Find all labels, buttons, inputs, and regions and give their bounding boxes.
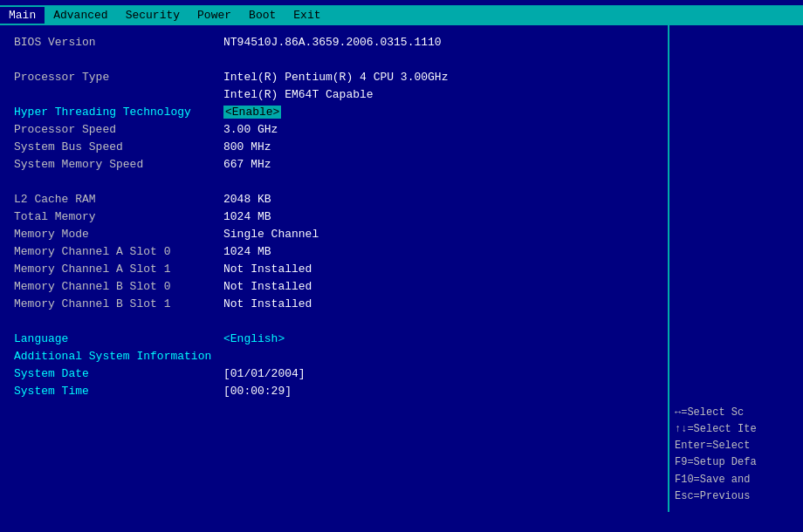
sidebar-help-line: F9=Setup Defa <box>675 454 798 471</box>
menu-bar: MainAdvancedSecurityPowerBootExit <box>0 5 803 25</box>
info-value: [01/01/2004] <box>223 367 305 380</box>
info-label: Additional System Information <box>14 350 223 363</box>
info-row: System Memory Speed667 MHz <box>14 158 654 174</box>
info-row: Total Memory1024 MB <box>14 210 654 226</box>
info-label: System Bus Speed <box>14 140 223 153</box>
info-row: Memory Channel B Slot 0Not Installed <box>14 280 654 296</box>
info-row: Memory Channel B Slot 1Not Installed <box>14 297 654 313</box>
menu-item-security[interactable]: Security <box>117 7 189 24</box>
fields-container: BIOS VersionNT94510J.86A.3659.2006.0315.… <box>14 36 654 400</box>
spacer <box>14 175 654 184</box>
info-value: 3.00 GHz <box>223 123 278 136</box>
info-value: 667 MHz <box>223 158 271 171</box>
info-value: Single Channel <box>223 228 319 241</box>
spacer <box>14 324 654 332</box>
info-row: System Bus Speed800 MHz <box>14 140 654 156</box>
main-panel: BIOS VersionNT94510J.86A.3659.2006.0315.… <box>0 25 668 512</box>
info-label: System Memory Speed <box>14 158 223 171</box>
info-label: Hyper Threading Technology <box>14 106 223 119</box>
info-label: Memory Mode <box>14 228 223 241</box>
info-label: Memory Channel A Slot 0 <box>14 245 223 258</box>
spacer <box>14 184 654 193</box>
info-label: Processor Speed <box>14 123 223 136</box>
spacer <box>14 315 654 324</box>
info-value: 1024 MB <box>223 245 271 258</box>
info-row: Additional System Information <box>14 350 654 365</box>
menu-item-advanced[interactable]: Advanced <box>45 7 116 24</box>
sidebar-help-line: ↔=Select Sc <box>675 405 798 421</box>
sidebar: ↔=Select Sc↑↓=Select IteEnter=SelectF9=S… <box>668 25 803 512</box>
info-value: NT94510J.86A.3659.2006.0315.1110 <box>223 36 442 49</box>
menu-item-boot[interactable]: Boot <box>240 7 285 24</box>
info-row: Processor Speed3.00 GHz <box>14 123 654 139</box>
info-value: [00:00:29] <box>223 385 292 398</box>
sidebar-help-line: Enter=Select <box>675 438 798 454</box>
spacer <box>14 53 654 62</box>
sidebar-help-line: F10=Save and <box>675 472 798 488</box>
info-label: L2 Cache RAM <box>14 193 223 206</box>
info-value: Not Installed <box>223 297 312 310</box>
info-label: Processor Type <box>14 71 223 84</box>
info-row: BIOS VersionNT94510J.86A.3659.2006.0315.… <box>14 36 654 51</box>
info-value[interactable]: <Enable> <box>223 106 281 119</box>
info-row: System Date[01/01/2004] <box>14 367 654 383</box>
info-label: Memory Channel A Slot 1 <box>14 263 223 276</box>
info-value: 2048 KB <box>223 193 271 206</box>
menu-item-exit[interactable]: Exit <box>285 7 329 24</box>
info-label: Memory Channel B Slot 1 <box>14 297 223 310</box>
info-label: Total Memory <box>14 210 223 223</box>
info-row: Memory ModeSingle Channel <box>14 228 654 243</box>
info-row: Memory Channel A Slot 1Not Installed <box>14 263 654 278</box>
sidebar-help-line: Esc=Previous <box>675 488 798 505</box>
info-value: Not Installed <box>223 263 312 276</box>
info-row: Hyper Threading Technology<Enable> <box>14 106 654 121</box>
info-row: Language<English> <box>14 332 654 348</box>
info-label: BIOS Version <box>14 36 223 49</box>
info-label: System Date <box>14 367 223 380</box>
info-value: 1024 MB <box>223 210 271 223</box>
menu-item-power[interactable]: Power <box>189 7 240 24</box>
info-value: 800 MHz <box>223 140 271 153</box>
info-row: Memory Channel A Slot 01024 MB <box>14 245 654 261</box>
info-row: Intel(R) EM64T Capable <box>14 88 654 104</box>
info-value: Intel(R) EM64T Capable <box>223 88 374 101</box>
info-value: Not Installed <box>223 280 312 293</box>
sidebar-help-line: ↑↓=Select Ite <box>675 421 798 438</box>
menu-item-main[interactable]: Main <box>0 7 45 24</box>
info-label: System Time <box>14 385 223 398</box>
info-row: L2 Cache RAM2048 KB <box>14 193 654 208</box>
info-value: <English> <box>223 332 285 345</box>
info-row: System Time[00:00:29] <box>14 385 654 400</box>
info-value: Intel(R) Pentium(R) 4 CPU 3.00GHz <box>223 71 448 84</box>
info-label: Memory Channel B Slot 0 <box>14 280 223 293</box>
sidebar-help: ↔=Select Sc↑↓=Select IteEnter=SelectF9=S… <box>675 405 798 505</box>
info-row: Processor TypeIntel(R) Pentium(R) 4 CPU … <box>14 71 654 86</box>
content-area: BIOS VersionNT94510J.86A.3659.2006.0315.… <box>0 25 803 512</box>
spacer <box>14 62 654 71</box>
info-label: Language <box>14 332 223 345</box>
